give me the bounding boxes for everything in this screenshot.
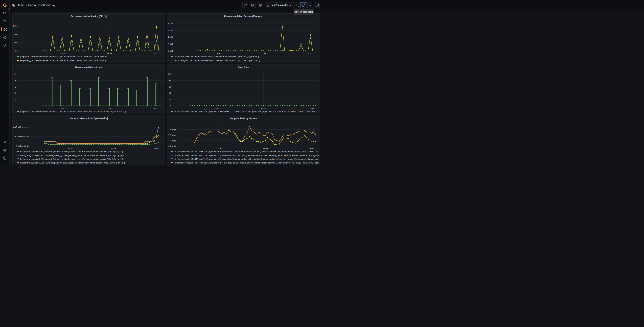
svg-text:21:55: 21:55 — [110, 148, 116, 150]
svg-text:0.2 req/s: 0.2 req/s — [168, 134, 176, 136]
svg-text:80: 80 — [169, 79, 171, 82]
svg-text:21:50: 21:50 — [58, 107, 64, 110]
svg-text:8 MB: 8 MB — [168, 22, 172, 25]
svg-text:6 MB: 6 MB — [168, 29, 172, 32]
svg-text:21:50: 21:50 — [68, 148, 73, 150]
svg-text:200 milliseconds: 200 milliseconds — [13, 135, 30, 138]
svg-text:22:00: 22:00 — [308, 107, 314, 110]
svg-text:0: 0 — [170, 104, 171, 107]
svg-text:22:00: 22:00 — [308, 148, 314, 150]
svg-text:6: 6 — [15, 86, 16, 88]
svg-text:22:00: 22:00 — [154, 52, 159, 55]
svg-text:60: 60 — [169, 86, 171, 88]
svg-text:400 milliseconds: 400 milliseconds — [13, 126, 30, 128]
svg-text:2: 2 — [15, 98, 16, 101]
svg-text:21:55: 21:55 — [262, 148, 268, 150]
svg-text:30%: 30% — [13, 25, 18, 27]
svg-text:8: 8 — [15, 79, 16, 82]
svg-text:0 milliseconds: 0 milliseconds — [16, 145, 30, 147]
svg-text:21:55: 21:55 — [261, 52, 266, 55]
svg-text:4: 4 — [15, 92, 16, 94]
svg-text:0: 0 — [15, 104, 16, 107]
svg-text:22:00: 22:00 — [308, 52, 313, 55]
svg-text:10: 10 — [14, 73, 16, 76]
svg-text:4 MB: 4 MB — [168, 36, 172, 38]
svg-text:0.1 req/s: 0.1 req/s — [168, 139, 176, 142]
svg-text:21:55: 21:55 — [106, 52, 112, 55]
svg-text:100: 100 — [168, 73, 172, 76]
svg-text:0 MB: 0 MB — [168, 50, 172, 52]
svg-text:21:50: 21:50 — [214, 52, 220, 55]
svg-text:0.3 req/s: 0.3 req/s — [168, 128, 176, 131]
svg-text:0.0 req/s: 0.0 req/s — [168, 145, 176, 147]
svg-text:20: 20 — [169, 98, 171, 101]
svg-text:21:50: 21:50 — [217, 148, 222, 150]
svg-text:40: 40 — [169, 92, 171, 94]
svg-text:21:55: 21:55 — [261, 107, 266, 110]
svg-text:21:55: 21:55 — [106, 107, 112, 110]
svg-text:21:50: 21:50 — [214, 107, 219, 110]
svg-text:?: ? — [4, 157, 5, 159]
svg-text:0%: 0% — [14, 50, 18, 52]
svg-text:2 MB: 2 MB — [168, 43, 172, 45]
svg-text:20%: 20% — [13, 33, 18, 36]
svg-text:22:00: 22:00 — [154, 107, 159, 110]
svg-text:10%: 10% — [13, 41, 18, 44]
svg-text:22:00: 22:00 — [154, 148, 159, 150]
svg-text:21:50: 21:50 — [60, 52, 65, 55]
